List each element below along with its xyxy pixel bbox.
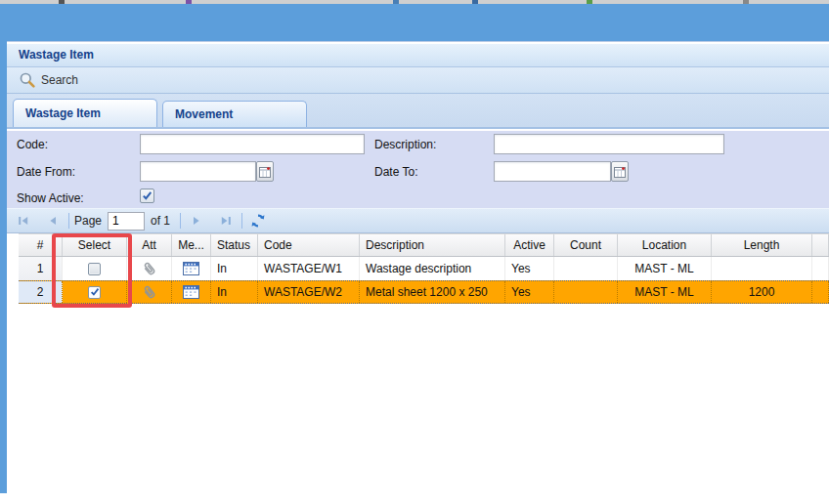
page-label: Page	[74, 214, 102, 228]
column-header-location[interactable]: Location	[618, 234, 712, 256]
date-from-label: Date From:	[17, 162, 75, 182]
date-picker-icon	[614, 166, 626, 178]
row-select-checkbox[interactable]	[88, 263, 101, 275]
paperclip-icon	[142, 261, 156, 276]
column-header-rownum[interactable]: #	[19, 234, 63, 256]
last-page-icon	[218, 213, 234, 229]
prev-page-button[interactable]	[42, 211, 64, 231]
first-page-icon	[16, 213, 31, 229]
paperclip-icon	[142, 284, 156, 300]
column-header-length[interactable]: Length	[712, 234, 812, 256]
date-to-label: Date To:	[374, 162, 417, 182]
cell-code: WASTAGE/W2	[258, 281, 360, 303]
cell-location: MAST - ML	[618, 257, 712, 280]
tab-wastage-item[interactable]: Wastage Item	[13, 99, 157, 127]
cell-select	[63, 257, 127, 280]
page-of-label: of 1	[151, 214, 170, 228]
prev-page-icon	[45, 213, 61, 229]
cell-rownum: 2	[19, 281, 63, 303]
show-active-label: Show Active:	[17, 189, 84, 208]
description-label: Description:	[374, 135, 436, 154]
column-header-count[interactable]: Count	[554, 234, 618, 256]
show-active-checkbox[interactable]	[140, 189, 154, 203]
first-page-button[interactable]	[13, 211, 34, 231]
tab-label: Wastage Item	[25, 106, 101, 120]
calendar-icon	[183, 285, 199, 299]
cell-length: 1200	[712, 281, 812, 303]
page-number-input[interactable]	[108, 212, 145, 231]
code-label: Code:	[17, 135, 48, 154]
description-input[interactable]	[494, 134, 724, 154]
next-page-icon	[189, 213, 204, 229]
table-row[interactable]: 1	[19, 257, 829, 280]
column-header-description[interactable]: Description	[360, 234, 505, 256]
column-header-spacer	[812, 234, 829, 256]
tab-label: Movement	[175, 107, 233, 121]
code-input[interactable]	[140, 134, 365, 154]
date-from-input[interactable]	[140, 161, 256, 182]
cell-location: MAST - ML	[618, 281, 712, 303]
date-to-input[interactable]	[494, 161, 611, 182]
grid-header-row: # Select Att Me... Status Code Descripti…	[19, 233, 829, 257]
cell-length	[712, 257, 812, 280]
cell-active: Yes	[505, 281, 554, 303]
column-header-att[interactable]: Att	[127, 234, 172, 256]
toolbar-separator	[68, 213, 69, 229]
cell-code: WASTAGE/W1	[258, 257, 360, 280]
table-row-selected[interactable]: 2	[19, 280, 829, 304]
cell-description: Metal sheet 1200 x 250	[360, 281, 505, 303]
column-header-code[interactable]: Code	[258, 234, 360, 256]
date-from-picker-button[interactable]	[256, 161, 274, 182]
column-header-active[interactable]: Active	[505, 234, 554, 256]
cell-spacer	[812, 257, 829, 280]
column-header-select[interactable]: Select	[63, 234, 127, 256]
tab-movement[interactable]: Movement	[162, 101, 307, 127]
column-header-status[interactable]: Status	[211, 234, 258, 256]
cell-description: Wastage description	[360, 257, 505, 280]
date-to-picker-button[interactable]	[611, 161, 629, 182]
cell-measurement	[172, 257, 211, 280]
filter-form: Code: Description: Date From: Date To:	[7, 131, 829, 208]
screen: Wastage Item Search Wastage Item Movemen…	[0, 0, 829, 504]
cell-count	[554, 257, 618, 280]
cell-active: Yes	[505, 257, 554, 280]
refresh-icon	[250, 213, 266, 229]
cell-attachment	[127, 257, 172, 280]
toolbar-separator	[180, 213, 181, 229]
column-header-me[interactable]: Me...	[172, 234, 211, 256]
date-picker-icon	[259, 166, 271, 178]
cell-status: In	[211, 257, 258, 280]
check-icon	[90, 287, 100, 297]
cell-count	[554, 281, 618, 303]
row-select-checkbox[interactable]	[88, 286, 101, 299]
search-bar[interactable]: Search	[7, 67, 829, 94]
cell-select	[63, 281, 127, 303]
toolbar-separator	[241, 213, 242, 229]
tab-strip: Wastage Item Movement	[7, 94, 829, 129]
cell-status: In	[211, 281, 258, 303]
search-label: Search	[41, 73, 78, 87]
cell-spacer	[812, 281, 829, 303]
cell-measurement	[172, 281, 211, 303]
wastage-item-panel: Wastage Item Search Wastage Item Movemen…	[7, 41, 829, 493]
page-title: Wastage Item	[19, 48, 94, 62]
check-icon	[142, 190, 153, 201]
pager-toolbar: Page of 1	[7, 208, 829, 233]
cell-rownum: 1	[19, 257, 63, 280]
cell-attachment	[127, 281, 172, 303]
next-page-button[interactable]	[186, 211, 207, 231]
refresh-button[interactable]	[247, 211, 269, 231]
app-top-bar	[0, 4, 829, 41]
search-icon	[19, 71, 36, 89]
last-page-button[interactable]	[215, 211, 237, 231]
panel-header: Wastage Item	[7, 44, 829, 67]
wastage-grid: # Select Att Me... Status Code Descripti…	[19, 233, 829, 304]
calendar-icon	[183, 262, 199, 275]
window-left-edge	[0, 41, 7, 493]
